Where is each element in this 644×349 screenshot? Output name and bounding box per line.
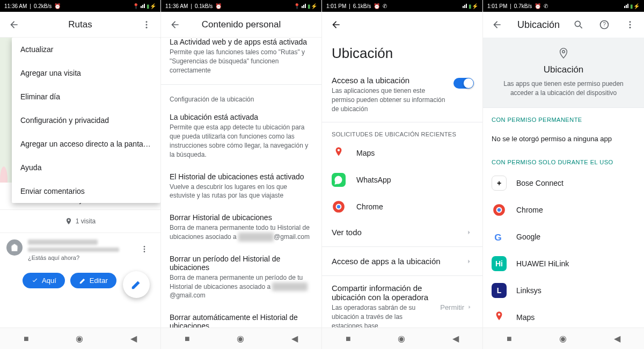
screen-personal-content: 11:36 AM | 0.1kB/s⏰ 📍▮⚡ Contenido person…: [161, 0, 322, 349]
app-access-row[interactable]: Acceso de apps a la ubicación: [322, 249, 482, 273]
nav-home[interactable]: ◉: [237, 333, 244, 344]
menu-item-1[interactable]: Agregar una visita: [12, 61, 160, 85]
back-button[interactable]: [165, 15, 185, 34]
recent-app-row[interactable]: WhatsApp: [322, 166, 482, 193]
svg-text:?: ?: [603, 21, 606, 27]
location-switch[interactable]: [453, 78, 473, 89]
menu-item-4[interactable]: Agregar un acceso directo a la pantalla …: [12, 132, 160, 156]
signal-icon: [302, 4, 306, 8]
carrier-title: Compartir información de ubicación con l…: [332, 283, 435, 302]
location-icon: 📍: [133, 3, 139, 9]
app-name: Linksys: [516, 286, 541, 295]
battery-icon: ▮⚡: [308, 3, 317, 9]
menu-item-3[interactable]: Configuración y privacidad: [12, 108, 160, 132]
chevron-right-icon: [465, 258, 473, 265]
menu-item-6[interactable]: Enviar comentarios: [12, 179, 160, 203]
search-icon: [573, 19, 584, 30]
nav-back[interactable]: ◀: [291, 333, 298, 344]
status-bar: 11:36 AM | 0.1kB/s⏰ 📍▮⚡: [161, 0, 321, 12]
overflow-button[interactable]: [620, 15, 640, 34]
setting-item-1[interactable]: El Historial de ubicaciones está activad…: [161, 167, 321, 208]
location-toggle-row[interactable]: Acceso a la ubicación Las aplicaciones q…: [322, 69, 482, 122]
place-name-blurred: [28, 239, 98, 245]
place-entry[interactable]: ¿Estás aquí ahora?: [0, 233, 160, 267]
edit-fab[interactable]: [123, 271, 150, 298]
alarm-icon: ⏰: [535, 3, 541, 9]
app-bar: Rutas: [0, 12, 160, 38]
nav-recent[interactable]: ■: [24, 334, 29, 344]
permission-app-row[interactable]: Maps: [483, 304, 644, 328]
status-net: 0.1kB/s: [195, 3, 213, 9]
nav-back[interactable]: ◀: [130, 333, 137, 344]
overflow-menu: ActualizarAgregar una visitaEliminar día…: [12, 38, 160, 203]
setting-item-2[interactable]: Borrar Historial de ubicaciones Borra de…: [161, 208, 321, 249]
truncated-item[interactable]: La Actividad web y de apps está activada…: [161, 38, 321, 82]
setting-item-3[interactable]: Borrar un período del Historial de ubica…: [161, 249, 321, 308]
permission-app-row[interactable]: GGoogle: [483, 223, 644, 250]
setting-item-0[interactable]: La ubicación está activada Permite que e…: [161, 107, 321, 166]
recent-app-row[interactable]: Maps: [322, 140, 482, 166]
menu-item-2[interactable]: Eliminar día: [12, 85, 160, 108]
svg-point-18: [562, 50, 565, 53]
search-button[interactable]: [569, 15, 588, 34]
place-overflow[interactable]: [135, 239, 154, 259]
app-bar: [322, 12, 482, 38]
status-net: 6.1kB/s: [353, 3, 371, 9]
overflow-button[interactable]: [137, 15, 156, 34]
back-arrow-icon: [492, 19, 502, 30]
carrier-desc: Las operadoras sabrán de su ubicación a …: [332, 303, 435, 328]
permission-app-row[interactable]: HiHUAWEI HiLink: [483, 250, 644, 277]
link-label: Ver todo: [332, 228, 460, 237]
app-name: Bose Connect: [516, 179, 564, 187]
nav-home[interactable]: ◉: [398, 333, 405, 344]
carrier-row[interactable]: Compartir información de ubicación con l…: [322, 278, 482, 328]
back-button[interactable]: [487, 15, 507, 34]
screen-permission-manager: 1:01 PM | 0.7kB/s⏰✆ ▮⚡ Ubicación ? Ubica…: [483, 0, 644, 349]
page-title: Contenido personal: [191, 19, 291, 30]
app-icon: +: [492, 176, 507, 191]
here-button[interactable]: Aquí: [23, 273, 65, 288]
menu-item-5[interactable]: Ayuda: [12, 156, 160, 179]
back-button[interactable]: [326, 15, 346, 34]
confirm-prompt: ¿Estás aquí ahora?: [28, 255, 129, 261]
status-time: 11:36 AM: [4, 3, 27, 9]
whatsapp-icon: ✆: [383, 3, 387, 9]
permission-app-row[interactable]: +Bose Connect: [483, 170, 644, 197]
svg-point-21: [497, 208, 501, 212]
svg-point-2: [146, 26, 148, 28]
status-bar: 11:36 AM | 0.2kB/s⏰ 📍▮⚡: [0, 0, 160, 12]
menu-item-0[interactable]: Actualizar: [12, 38, 160, 61]
visit-summary: 1 visita: [0, 210, 160, 233]
nav-recent[interactable]: ■: [346, 334, 351, 344]
status-bar: 1:01 PM | 6.1kB/s⏰✆ ▮⚡: [322, 0, 482, 12]
nav-recent[interactable]: ■: [507, 334, 512, 344]
help-icon: ?: [599, 19, 610, 30]
signal-icon: [463, 4, 467, 8]
app-name: WhatsApp: [356, 176, 391, 184]
nav-back[interactable]: ◀: [614, 333, 620, 344]
alarm-icon: ⏰: [54, 3, 61, 9]
setting-item-4[interactable]: Borrar automáticamente el Historial de u…: [161, 308, 321, 328]
help-button[interactable]: ?: [595, 15, 614, 34]
recent-app-row[interactable]: Chrome: [322, 193, 482, 220]
pencil-icon: [130, 279, 142, 290]
nav-home[interactable]: ◉: [559, 333, 567, 344]
nav-home[interactable]: ◉: [76, 333, 83, 344]
nav-back[interactable]: ◀: [452, 333, 459, 344]
alarm-icon: ⏰: [215, 3, 222, 9]
place-icon: [65, 217, 72, 225]
system-navbar: ■ ◉ ◀: [483, 328, 644, 349]
signal-icon: [624, 4, 628, 8]
permission-app-row[interactable]: Chrome: [483, 197, 644, 223]
see-all-row[interactable]: Ver todo: [322, 220, 482, 244]
permission-app-row[interactable]: LLinksys: [483, 277, 644, 304]
app-bar: Ubicación ?: [483, 12, 644, 38]
edit-chip-button[interactable]: Editar: [70, 273, 116, 288]
nav-recent[interactable]: ■: [185, 334, 190, 344]
pencil-icon: [79, 277, 86, 285]
screen-rutas: 11:36 AM | 0.2kB/s⏰ 📍▮⚡ Rutas Hoy 1 visi…: [0, 0, 161, 349]
visit-count: 1 visita: [76, 217, 96, 225]
svg-point-4: [144, 246, 145, 248]
app-name: Maps: [356, 149, 375, 157]
back-button[interactable]: [4, 15, 24, 34]
